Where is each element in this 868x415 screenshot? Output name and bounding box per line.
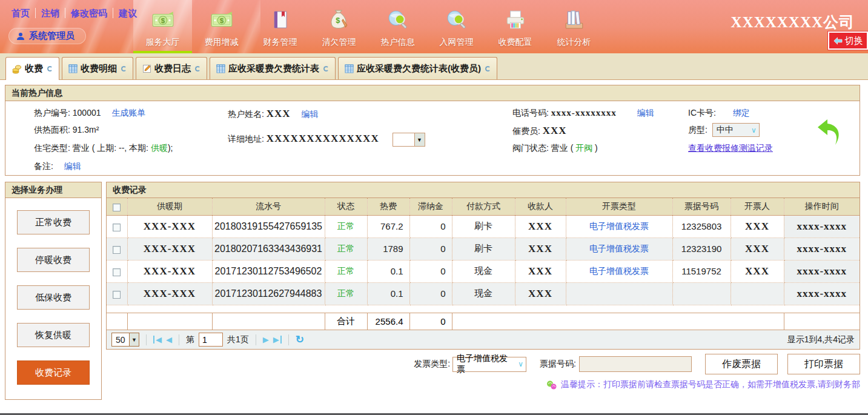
resume-heating-button[interactable]: 恢复供暖 bbox=[17, 323, 90, 347]
row-checkbox[interactable] bbox=[113, 268, 121, 276]
col-header-invoice-no[interactable]: 票据号码 bbox=[672, 198, 731, 215]
globe-search-icon bbox=[446, 4, 468, 36]
next-page-button[interactable]: ▶ bbox=[263, 336, 269, 344]
tab-refresh-icon[interactable] bbox=[47, 66, 53, 71]
cell-period: XXX-XXX bbox=[127, 260, 212, 282]
tip-row: 温馨提示：打印票据前请检查票据号码是否正确，如需开增值税发票,请到财务部 bbox=[546, 379, 860, 390]
phone-edit-link[interactable]: 编辑 bbox=[637, 108, 654, 118]
cell-invoice-no: 12325803 bbox=[672, 215, 731, 237]
sidebar-title: 选择业务办理 bbox=[5, 182, 101, 198]
charge-records-button[interactable]: 收费记录 bbox=[17, 360, 90, 385]
nav-fee-adjust[interactable]: $ 费用增减 bbox=[192, 0, 251, 53]
first-page-button[interactable]: ◀ bbox=[153, 336, 162, 344]
col-header-serial[interactable]: 流水号 bbox=[212, 198, 325, 215]
record-row[interactable]: XXX-XXX 20171230112627944883 正常 0.1 0 现金… bbox=[107, 282, 860, 305]
generate-bill-link[interactable]: 生成账单 bbox=[111, 108, 145, 118]
chevron-down-icon: ∨ bbox=[751, 126, 757, 134]
invoice-type-link[interactable]: 电子增值税发票 bbox=[589, 221, 649, 231]
low-income-charge-button[interactable]: 低保收费 bbox=[17, 285, 90, 310]
remark-label: 备注: bbox=[34, 161, 53, 171]
tab-refresh-icon[interactable] bbox=[485, 66, 491, 71]
cell-status: 正常 bbox=[325, 215, 367, 237]
tab-refresh-icon[interactable] bbox=[121, 66, 127, 71]
cell-invoice-type: 电子增值税发票 bbox=[566, 237, 672, 260]
col-header-payee[interactable]: 收款人 bbox=[515, 198, 566, 215]
invoice-type-link[interactable]: 电子增值税发票 bbox=[589, 244, 649, 253]
housing-type-field: 住宅类型: 营业 ( 上期: --, 本期: 供暖); bbox=[34, 143, 173, 154]
room-type-field: 房型: 中中 ∨ bbox=[688, 123, 760, 137]
name-edit-link[interactable]: 编辑 bbox=[302, 109, 319, 119]
tab-arrears-report[interactable]: 应收采暖费欠费统计表 bbox=[210, 57, 336, 79]
money-bill-icon: $ bbox=[151, 4, 175, 36]
charge-records-panel: 收费记录 供暖期 流水号 状态 热费 滞纳金 付款方式 收款人 开票类型 bbox=[106, 182, 860, 350]
cell-invoice-type: 电子增值税发票 bbox=[566, 215, 672, 237]
refresh-icon[interactable]: ↻ bbox=[296, 333, 304, 346]
back-arrow-icon[interactable] bbox=[816, 118, 844, 150]
nav-statistics[interactable]: 统计分析 bbox=[545, 0, 603, 53]
logout-link[interactable]: 注销 bbox=[36, 8, 65, 18]
divider bbox=[146, 334, 147, 345]
print-invoice-button[interactable]: 打印票据 bbox=[787, 354, 860, 374]
col-header-issuer[interactable]: 开票人 bbox=[731, 198, 784, 215]
change-password-link[interactable]: 修改密码 bbox=[65, 8, 113, 18]
tab-fee-detail[interactable]: 收费明细 bbox=[62, 57, 133, 79]
ic-bind-link[interactable]: 绑定 bbox=[733, 108, 750, 118]
void-invoice-button[interactable]: 作废票据 bbox=[705, 354, 778, 374]
invoice-type-select[interactable]: 电子增值税发票 ∨ bbox=[452, 357, 526, 372]
col-header-fee[interactable]: 热费 bbox=[367, 198, 409, 215]
col-header-optime[interactable]: 操作时间 bbox=[784, 198, 860, 215]
room-type-select[interactable]: 中中 ∨ bbox=[712, 123, 760, 137]
row-checkbox[interactable] bbox=[113, 291, 121, 299]
nav-label: 财务管理 bbox=[263, 37, 297, 48]
record-row[interactable]: XXX-XXX 20171230112753496502 正常 0.1 0 现金… bbox=[107, 260, 860, 282]
nav-network[interactable]: 入网管理 bbox=[427, 0, 486, 53]
last-page-button[interactable]: ▶ bbox=[273, 336, 282, 344]
remark-edit-link[interactable]: 编辑 bbox=[64, 161, 81, 171]
page-number-input[interactable] bbox=[199, 333, 223, 347]
tab-fees[interactable]: 收费 bbox=[5, 57, 59, 80]
col-header-latefee[interactable]: 滞纳金 bbox=[409, 198, 452, 215]
collector-value: XXX bbox=[543, 125, 567, 136]
col-header-period[interactable]: 供暖期 bbox=[127, 198, 212, 215]
tab-label: 收费 bbox=[25, 63, 43, 75]
user-name-value: XXX bbox=[267, 108, 291, 119]
main-content: 当前热户信息 热户编号: 100001 生成账单 供热面积: 91.3m² 住宅… bbox=[0, 80, 868, 415]
area-label: 供热面积: bbox=[34, 125, 70, 134]
select-all-checkbox[interactable] bbox=[113, 204, 121, 211]
nav-user-info[interactable]: 热户信息 bbox=[368, 0, 427, 53]
info-panel-title: 当前热户信息 bbox=[5, 85, 860, 101]
col-header-invoice-type[interactable]: 开票类型 bbox=[566, 198, 672, 215]
col-header-payment[interactable]: 付款方式 bbox=[452, 198, 515, 215]
record-row[interactable]: XXX-XXX 20180207163343436931 正常 1789 0 刷… bbox=[107, 237, 860, 260]
invoice-type-link[interactable]: 电子增值税发票 bbox=[589, 266, 649, 276]
total-fee: 2556.4 bbox=[367, 313, 409, 330]
invoice-number-input[interactable] bbox=[579, 356, 692, 372]
tab-fee-log[interactable]: 收费日志 bbox=[136, 57, 207, 79]
suggestion-link[interactable]: 建议 bbox=[113, 8, 142, 18]
record-row[interactable]: XXX-XXX 20180319155427659135 正常 767.2 0 … bbox=[107, 215, 860, 237]
records-table: 供暖期 流水号 状态 热费 滞纳金 付款方式 收款人 开票类型 票据号码 开票人… bbox=[107, 198, 860, 330]
home-link[interactable]: 首页 bbox=[6, 8, 36, 18]
switch-button[interactable]: 切换 bbox=[828, 32, 868, 50]
stop-heating-charge-button[interactable]: 停暖收费 bbox=[17, 248, 90, 272]
page-size-select[interactable]: 50 ▼ bbox=[111, 333, 139, 347]
tab-bar: 收费 收费明细 收费日志 应收采暖费欠费统计表 应收采暖费欠费统计表(收费员) bbox=[0, 53, 868, 80]
nav-arrears[interactable]: $ 清欠管理 bbox=[310, 0, 368, 53]
row-checkbox[interactable] bbox=[113, 246, 121, 254]
nav-fee-config[interactable]: 收费配置 bbox=[486, 0, 545, 53]
nav-finance[interactable]: 财务管理 bbox=[251, 0, 310, 53]
tab-refresh-icon[interactable] bbox=[195, 66, 200, 71]
invoice-type-label: 发票类型: bbox=[414, 359, 450, 370]
tab-arrears-report-collector[interactable]: 应收采暖费欠费统计表(收费员) bbox=[338, 57, 497, 79]
tab-refresh-icon[interactable] bbox=[323, 66, 329, 71]
room-type-label: 房型: bbox=[688, 125, 707, 134]
view-records-link[interactable]: 查看收费报修测温记录 bbox=[688, 143, 773, 153]
prev-page-button[interactable]: ◀ bbox=[166, 336, 172, 344]
normal-charge-button[interactable]: 正常收费 bbox=[17, 210, 90, 234]
row-checkbox[interactable] bbox=[113, 224, 121, 231]
address-select[interactable]: ▼ bbox=[393, 133, 425, 147]
valve-value: 营业 ( bbox=[551, 143, 575, 153]
table-icon bbox=[216, 64, 225, 73]
col-header-status[interactable]: 状态 bbox=[325, 198, 367, 215]
room-type-value: 中中 bbox=[717, 125, 734, 136]
